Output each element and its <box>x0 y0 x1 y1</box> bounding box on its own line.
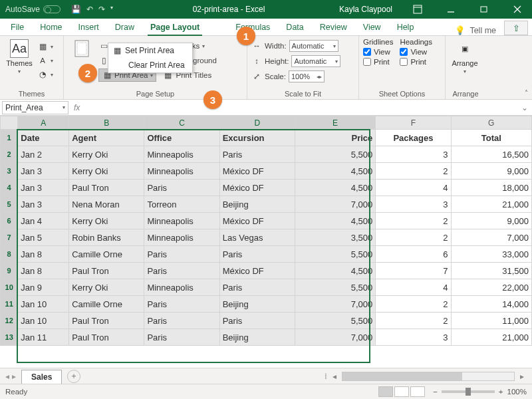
cell[interactable]: 5,500 <box>295 279 375 296</box>
row-header[interactable]: 2 <box>1 146 18 163</box>
cell[interactable]: Nena Moran <box>69 196 144 213</box>
cell[interactable]: Total <box>451 130 531 146</box>
cell[interactable]: Jan 5 <box>18 229 69 246</box>
cell[interactable]: 21,000 <box>451 329 531 346</box>
minimize-button[interactable] <box>436 0 466 19</box>
cell[interactable]: Jan 3 <box>18 196 69 213</box>
close-button[interactable] <box>503 0 532 19</box>
cell[interactable]: Minneapolis <box>144 279 219 296</box>
cell[interactable]: México DF <box>219 180 295 196</box>
qat-more-icon[interactable]: ▾ <box>110 5 113 14</box>
zoom-in-icon[interactable]: + <box>499 388 503 396</box>
cell[interactable]: 2 <box>376 313 451 329</box>
next-sheet-icon[interactable]: ▸ <box>12 372 16 381</box>
tab-file[interactable]: File <box>3 20 32 35</box>
margins-button[interactable]: Margins <box>68 38 96 67</box>
worksheet-grid[interactable]: A B C D E F G 1DateAgentOfficeExcursionP… <box>0 116 532 368</box>
gridlines-print-check[interactable]: Print <box>363 58 393 66</box>
cell[interactable]: Robin Banks <box>69 229 144 246</box>
view-switcher[interactable] <box>378 386 425 397</box>
cell[interactable]: 7,000 <box>295 296 375 313</box>
cell[interactable]: 4 <box>376 279 451 296</box>
clear-print-area-item[interactable]: Clear Print Area <box>108 58 192 72</box>
row-header[interactable]: 9 <box>1 263 18 279</box>
cell[interactable]: 11,000 <box>451 313 531 329</box>
expand-formula-icon[interactable]: ⌄ <box>517 103 532 112</box>
cell[interactable]: México DF <box>219 163 295 180</box>
cell[interactable]: Kerry Oki <box>69 163 144 180</box>
add-sheet-button[interactable]: ＋ <box>67 370 80 383</box>
col-header[interactable]: G <box>451 116 531 130</box>
undo-icon[interactable]: ↶ <box>86 5 93 14</box>
cell[interactable]: Jan 3 <box>18 163 69 180</box>
col-header[interactable]: A <box>18 116 69 130</box>
col-header[interactable]: F <box>376 116 451 130</box>
cell[interactable]: 21,000 <box>451 196 531 213</box>
gridlines-view-check[interactable]: View <box>363 48 393 56</box>
cell[interactable]: 4,500 <box>295 213 375 229</box>
cell[interactable]: Paris <box>219 146 295 163</box>
cell[interactable]: Jan 8 <box>18 263 69 279</box>
cell[interactable]: 14,000 <box>451 296 531 313</box>
column-headers[interactable]: A B C D E F G <box>1 116 532 130</box>
cell[interactable]: Paris <box>219 313 295 329</box>
cell[interactable]: 4,500 <box>295 180 375 196</box>
sheet-tab-sales[interactable]: Sales <box>21 370 62 384</box>
tab-review[interactable]: Review <box>312 20 355 35</box>
fx-icon[interactable]: fx <box>74 103 80 112</box>
effects-button[interactable]: ◔▾ <box>37 68 53 81</box>
cell[interactable]: Agent <box>69 130 144 146</box>
cell[interactable]: Price <box>295 130 375 146</box>
cell[interactable]: Jan 8 <box>18 246 69 263</box>
fonts-button[interactable]: A▾ <box>37 54 53 67</box>
tab-help[interactable]: Help <box>389 20 422 35</box>
cell[interactable]: Beijing <box>219 196 295 213</box>
cell[interactable]: Paris <box>144 296 219 313</box>
normal-view-icon[interactable] <box>378 386 393 397</box>
cell[interactable]: Jan 3 <box>18 180 69 196</box>
zoom-out-icon[interactable]: − <box>433 388 438 396</box>
cell[interactable]: Jan 10 <box>18 313 69 329</box>
cell[interactable]: 3,500 <box>295 229 375 246</box>
cell[interactable]: 2 <box>376 229 451 246</box>
tab-home[interactable]: Home <box>32 20 70 35</box>
width-combo[interactable]: Automatic▾ <box>289 40 338 52</box>
cell[interactable]: Minneapolis <box>144 229 219 246</box>
cell[interactable]: Excursion <box>219 130 295 146</box>
page-layout-view-icon[interactable] <box>394 386 409 397</box>
row-header[interactable]: 4 <box>1 180 18 196</box>
arrange-button[interactable]: ▣ Arrange ▾ <box>450 38 480 74</box>
height-combo[interactable]: Automatic▾ <box>291 55 340 67</box>
scale-spinner[interactable]: 100%◂▸ <box>289 70 325 82</box>
cell[interactable]: Camille Orne <box>69 296 144 313</box>
tell-me[interactable]: 💡 Tell me <box>455 25 500 35</box>
themes-button[interactable]: Aa Themes ▾ <box>4 38 35 74</box>
cell[interactable]: 7,000 <box>451 229 531 246</box>
cell[interactable]: Camille Orne <box>69 246 144 263</box>
cell[interactable]: Paris <box>144 246 219 263</box>
page-break-view-icon[interactable] <box>410 386 425 397</box>
sheet-nav[interactable]: ◂▸ <box>0 372 21 381</box>
cell[interactable]: 5,500 <box>295 146 375 163</box>
cell[interactable]: Date <box>18 130 69 146</box>
autosave-toggle[interactable]: AutoSave <box>0 5 66 14</box>
cell[interactable]: Kerry Oki <box>69 279 144 296</box>
cell[interactable]: Minneapolis <box>144 213 219 229</box>
zoom-value[interactable]: 100% <box>507 388 527 396</box>
row-header[interactable]: 11 <box>1 296 18 313</box>
cell[interactable]: Minneapolis <box>144 146 219 163</box>
zoom-control[interactable]: − + 100% <box>433 388 527 396</box>
name-box[interactable]: Print_Area▾ <box>2 101 68 114</box>
cell[interactable]: 7,000 <box>295 196 375 213</box>
cell[interactable]: Paris <box>219 279 295 296</box>
cell[interactable]: Jan 11 <box>18 329 69 346</box>
cell[interactable]: 2 <box>376 296 451 313</box>
row-header[interactable]: 5 <box>1 196 18 213</box>
cell[interactable]: Paul Tron <box>69 263 144 279</box>
cell[interactable]: México DF <box>219 263 295 279</box>
cell[interactable]: Jan 9 <box>18 279 69 296</box>
cell[interactable]: Torreon <box>144 196 219 213</box>
cell[interactable]: 9,000 <box>451 163 531 180</box>
col-header[interactable]: B <box>69 116 144 130</box>
share-button[interactable]: ⇧ <box>504 21 528 35</box>
